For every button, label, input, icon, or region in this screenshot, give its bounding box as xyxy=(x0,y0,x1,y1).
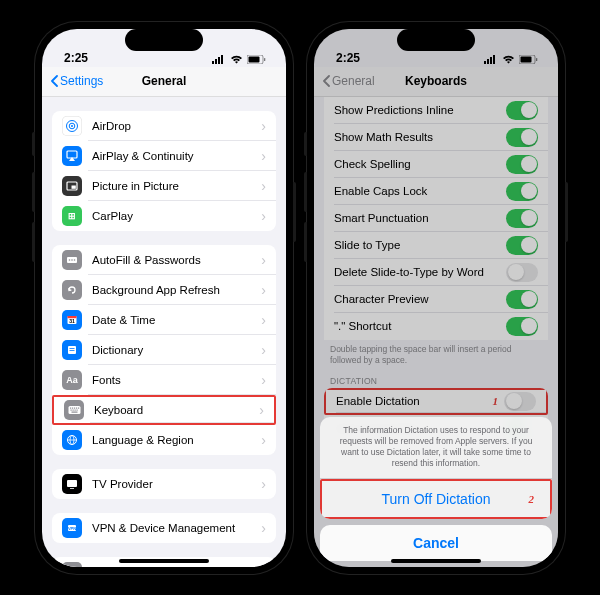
settings-row-tv[interactable]: TV Provider› xyxy=(52,469,276,499)
dynamic-island xyxy=(125,29,203,51)
chevron-right-icon: › xyxy=(261,178,266,194)
tv-icon xyxy=(62,474,82,494)
settings-group: TV Provider› xyxy=(52,469,276,499)
status-time: 2:25 xyxy=(64,51,88,65)
svg-point-14 xyxy=(69,259,71,261)
cancel-button[interactable]: Cancel xyxy=(320,525,552,561)
settings-row-date[interactable]: 31Date & Time› xyxy=(52,305,276,335)
vpn-icon: VPN xyxy=(62,518,82,538)
settings-row-airdrop[interactable]: AirDrop› xyxy=(52,111,276,141)
settings-row-keyboard[interactable]: Keyboard› xyxy=(52,395,276,425)
screen-left: 2:25 Settings General AirDrop›AirPlay & … xyxy=(42,29,286,567)
svg-rect-33 xyxy=(71,411,77,412)
row-label: TV Provider xyxy=(92,478,257,490)
cellular-icon xyxy=(212,55,226,65)
settings-row-airplay[interactable]: AirPlay & Continuity› xyxy=(52,141,276,171)
chevron-right-icon: › xyxy=(261,342,266,358)
settings-row-fonts[interactable]: AaFonts› xyxy=(52,365,276,395)
back-button[interactable]: Settings xyxy=(50,74,103,88)
carplay-icon: ⊞ xyxy=(62,206,82,226)
svg-rect-22 xyxy=(70,350,75,351)
svg-rect-38 xyxy=(70,488,74,489)
back-label: Settings xyxy=(60,74,103,88)
svg-point-9 xyxy=(71,125,73,127)
row-label: Legal & Regulatory xyxy=(92,566,257,567)
chevron-left-icon xyxy=(50,75,58,87)
row-label: Language & Region xyxy=(92,434,257,446)
dict-icon xyxy=(62,340,82,360)
lang-icon xyxy=(62,430,82,450)
chevron-right-icon: › xyxy=(261,208,266,224)
row-label: Date & Time xyxy=(92,314,257,326)
date-icon: 31 xyxy=(62,310,82,330)
row-label: Picture in Picture xyxy=(92,180,257,192)
battery-icon xyxy=(247,55,266,64)
action-sheet-action-label: Turn Off Dictation xyxy=(382,491,491,507)
autofill-icon xyxy=(62,250,82,270)
settings-group: VPNVPN & Device Management› xyxy=(52,513,276,543)
screen-right: 2:25 General Keyboards Show Predictions … xyxy=(314,29,558,567)
svg-rect-2 xyxy=(218,57,220,64)
status-indicators xyxy=(212,55,266,65)
svg-rect-28 xyxy=(78,407,79,408)
settings-row-autofill[interactable]: AutoFill & Passwords› xyxy=(52,245,276,275)
fonts-icon: Aa xyxy=(62,370,82,390)
home-indicator[interactable] xyxy=(391,559,481,563)
svg-point-16 xyxy=(74,259,76,261)
settings-row-carplay[interactable]: ⊞CarPlay› xyxy=(52,201,276,231)
svg-rect-5 xyxy=(249,57,260,63)
pip-icon xyxy=(62,176,82,196)
settings-group: AutoFill & Passwords›Background App Refr… xyxy=(52,245,276,455)
settings-row-lang[interactable]: Language & Region› xyxy=(52,425,276,455)
settings-row-vpn[interactable]: VPNVPN & Device Management› xyxy=(52,513,276,543)
settings-row-pip[interactable]: Picture in Picture› xyxy=(52,171,276,201)
chevron-right-icon: › xyxy=(261,282,266,298)
svg-rect-31 xyxy=(74,409,75,410)
action-sheet-message: The information Dictation uses to respon… xyxy=(320,417,552,478)
row-label: CarPlay xyxy=(92,210,257,222)
svg-rect-32 xyxy=(76,409,77,410)
row-label: Keyboard xyxy=(94,404,255,416)
svg-rect-10 xyxy=(67,151,77,158)
chevron-right-icon: › xyxy=(261,148,266,164)
refresh-icon xyxy=(62,280,82,300)
chevron-right-icon: › xyxy=(261,520,266,536)
svg-point-15 xyxy=(71,259,73,261)
action-sheet: The information Dictation uses to respon… xyxy=(320,417,552,518)
home-indicator[interactable] xyxy=(119,559,209,563)
svg-rect-29 xyxy=(70,409,71,410)
phone-frame-left: 2:25 Settings General AirDrop›AirPlay & … xyxy=(35,22,293,574)
settings-list[interactable]: AirDrop›AirPlay & Continuity›Picture in … xyxy=(42,97,286,567)
annotation-2: 2 xyxy=(529,493,535,505)
chevron-right-icon: › xyxy=(261,252,266,268)
svg-rect-21 xyxy=(70,348,75,349)
cancel-label: Cancel xyxy=(413,535,459,551)
settings-row-refresh[interactable]: Background App Refresh› xyxy=(52,275,276,305)
svg-rect-6 xyxy=(264,58,265,61)
chevron-right-icon: › xyxy=(259,402,264,418)
svg-rect-0 xyxy=(212,61,214,64)
settings-group: AirDrop›AirPlay & Continuity›Picture in … xyxy=(52,111,276,231)
phone-frame-right: 2:25 General Keyboards Show Predictions … xyxy=(307,22,565,574)
row-label: AirDrop xyxy=(92,120,257,132)
row-label: AutoFill & Passwords xyxy=(92,254,257,266)
svg-rect-30 xyxy=(72,409,73,410)
svg-rect-24 xyxy=(70,407,71,408)
svg-rect-25 xyxy=(72,407,73,408)
airdrop-icon xyxy=(62,116,82,136)
chevron-right-icon: › xyxy=(261,564,266,567)
row-label: Fonts xyxy=(92,374,257,386)
svg-rect-26 xyxy=(74,407,75,408)
svg-text:VPN: VPN xyxy=(68,525,76,530)
action-sheet-scrim[interactable]: The information Dictation uses to respon… xyxy=(314,29,558,567)
svg-text:31: 31 xyxy=(69,317,75,323)
svg-rect-3 xyxy=(221,55,223,64)
turn-off-dictation-button[interactable]: Turn Off Dictation 2 xyxy=(320,479,552,519)
keyboard-icon xyxy=(64,400,84,420)
wifi-icon xyxy=(230,55,243,64)
svg-rect-27 xyxy=(76,407,77,408)
nav-bar: Settings General xyxy=(42,67,286,97)
settings-row-dict[interactable]: Dictionary› xyxy=(52,335,276,365)
row-label: Background App Refresh xyxy=(92,284,257,296)
chevron-right-icon: › xyxy=(261,372,266,388)
